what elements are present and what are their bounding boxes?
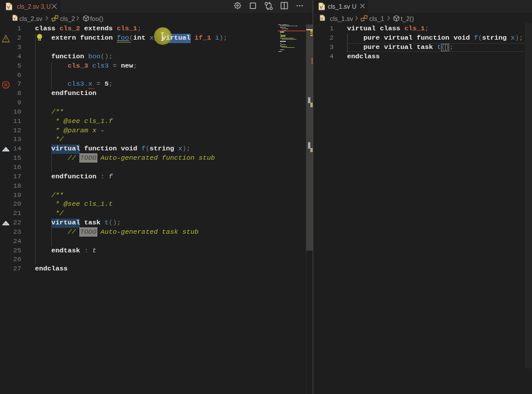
svg-text:V: V	[7, 5, 10, 10]
svg-text:V: V	[320, 5, 323, 10]
